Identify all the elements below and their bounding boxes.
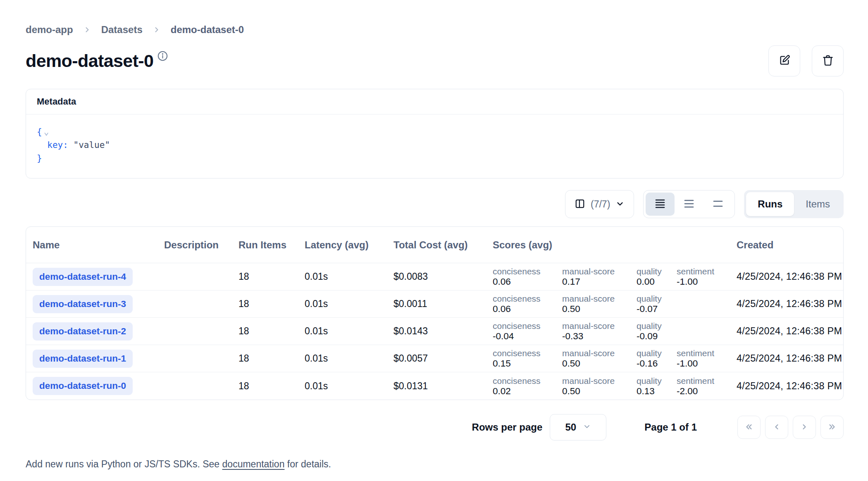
rows-per-page-label: Rows per page <box>472 421 543 433</box>
cell-total-cost: $0.0057 <box>387 353 486 364</box>
score-quality: quality-0.16 <box>637 348 677 369</box>
cell-run-items: 18 <box>232 353 298 364</box>
table-row[interactable]: demo-dataset-run-4 18 0.01s $0.0083 conc… <box>26 263 843 291</box>
col-header-run-items: Run Items <box>232 239 298 251</box>
score-manual-score: manual-score0.50 <box>562 348 637 369</box>
row-height-toggle <box>643 190 735 218</box>
columns-icon <box>575 198 585 210</box>
table-row[interactable]: demo-dataset-run-3 18 0.01s $0.0011 conc… <box>26 291 843 318</box>
col-header-description: Description <box>157 239 232 251</box>
table-header-row: Name Description Run Items Latency (avg)… <box>26 227 843 263</box>
edit-icon <box>779 55 790 67</box>
chevron-right-icon <box>83 26 91 34</box>
breadcrumb-item-project[interactable]: demo-app <box>26 24 73 36</box>
cell-latency: 0.01s <box>298 381 387 392</box>
row-height-medium-button[interactable] <box>675 193 703 216</box>
info-icon[interactable] <box>157 50 168 63</box>
score-quality: quality-0.09 <box>637 321 677 342</box>
cell-scores: conciseness0.06manual-score0.17quality0.… <box>486 266 730 287</box>
cell-latency: 0.01s <box>298 271 387 282</box>
documentation-link[interactable]: documentation <box>222 459 285 469</box>
breadcrumb-item-datasets[interactable]: Datasets <box>101 24 143 36</box>
chevrons-right-icon <box>827 422 837 433</box>
cell-created: 4/25/2024, 12:46:38 PM <box>730 326 843 337</box>
cell-run-items: 18 <box>232 298 298 310</box>
json-key: key <box>47 140 63 150</box>
score-conciseness: conciseness0.06 <box>493 293 562 314</box>
delete-dataset-button[interactable] <box>812 45 844 76</box>
score-manual-score: manual-score0.50 <box>562 376 637 397</box>
cell-scores: conciseness0.02manual-score0.50quality0.… <box>486 376 730 397</box>
cell-latency: 0.01s <box>298 353 387 364</box>
chevron-down-icon <box>583 422 591 432</box>
score-sentiment: sentiment-2.00 <box>677 376 730 397</box>
cell-run-items: 18 <box>232 271 298 282</box>
run-name-link[interactable]: demo-dataset-run-2 <box>33 322 133 341</box>
cell-total-cost: $0.0083 <box>387 271 486 282</box>
cell-scores: conciseness-0.04manual-score-0.33quality… <box>486 321 730 342</box>
column-count-label: (7/7) <box>591 199 610 210</box>
score-conciseness: conciseness0.02 <box>493 376 562 397</box>
cell-run-items: 18 <box>232 326 298 337</box>
score-quality: quality-0.07 <box>637 293 677 314</box>
cell-latency: 0.01s <box>298 298 387 310</box>
rows-tall-icon <box>712 198 724 211</box>
collapse-caret-icon[interactable]: ⌄ <box>44 125 49 138</box>
table-row[interactable]: demo-dataset-run-1 18 0.01s $0.0057 conc… <box>26 345 843 372</box>
dataset-detail-page: demo-app Datasets demo-dataset-0 demo-da… <box>0 0 868 481</box>
score-quality: quality0.00 <box>637 266 677 287</box>
edit-dataset-button[interactable] <box>768 45 800 76</box>
metadata-card-title: Metadata <box>26 89 843 114</box>
score-manual-score: manual-score0.50 <box>562 293 637 314</box>
previous-page-button[interactable] <box>765 416 788 439</box>
table-body: demo-dataset-run-4 18 0.01s $0.0083 conc… <box>26 263 843 400</box>
score-quality: quality0.13 <box>637 376 677 397</box>
score-sentiment: sentiment-1.00 <box>677 266 730 287</box>
table-row[interactable]: demo-dataset-run-2 18 0.01s $0.0143 conc… <box>26 318 843 345</box>
score-manual-score: manual-score-0.33 <box>562 321 637 342</box>
page-indicator: Page 1 of 1 <box>644 421 697 433</box>
score-conciseness: conciseness0.15 <box>493 348 562 369</box>
run-name-link[interactable]: demo-dataset-run-1 <box>33 350 133 368</box>
chevrons-left-icon <box>744 422 754 433</box>
cell-run-items: 18 <box>232 381 298 392</box>
row-height-small-button[interactable] <box>646 193 675 216</box>
cell-scores: conciseness0.06manual-score0.50quality-0… <box>486 293 730 314</box>
page-title: demo-dataset-0 <box>26 51 153 71</box>
json-line-kv: key: "value" <box>37 138 832 152</box>
cell-created: 4/25/2024, 12:46:38 PM <box>730 381 843 392</box>
rows-per-page-value: 50 <box>565 421 576 433</box>
cell-scores: conciseness0.15manual-score0.50quality-0… <box>486 348 730 369</box>
col-header-name: Name <box>26 239 157 251</box>
run-name-link[interactable]: demo-dataset-run-4 <box>33 268 133 286</box>
last-page-button[interactable] <box>820 416 844 439</box>
json-line-open: {⌄ <box>37 125 832 138</box>
json-line-close: } <box>37 152 832 165</box>
cell-total-cost: $0.0143 <box>387 326 486 337</box>
tab-items[interactable]: Items <box>794 192 842 216</box>
chevron-right-icon <box>153 26 161 34</box>
metadata-card: Metadata {⌄ key: "value" } <box>26 89 844 179</box>
table-row[interactable]: demo-dataset-run-0 18 0.01s $0.0131 conc… <box>26 372 843 400</box>
col-header-latency: Latency (avg) <box>298 239 387 251</box>
run-name-link[interactable]: demo-dataset-run-0 <box>33 377 133 395</box>
chevron-down-icon <box>615 199 625 210</box>
title-row: demo-dataset-0 <box>26 45 844 76</box>
cell-latency: 0.01s <box>298 326 387 337</box>
cell-total-cost: $0.0011 <box>387 298 486 310</box>
breadcrumb-item-current[interactable]: demo-dataset-0 <box>171 24 244 36</box>
next-page-button[interactable] <box>793 416 816 439</box>
tab-runs[interactable]: Runs <box>746 192 794 216</box>
first-page-button[interactable] <box>737 416 761 439</box>
breadcrumb: demo-app Datasets demo-dataset-0 <box>26 24 844 36</box>
cell-created: 4/25/2024, 12:46:38 PM <box>730 298 843 310</box>
trash-icon <box>822 55 834 67</box>
run-name-link[interactable]: demo-dataset-run-3 <box>33 295 133 313</box>
score-sentiment: sentiment-1.00 <box>677 348 730 369</box>
rows-per-page-select[interactable]: 50 <box>550 414 606 441</box>
col-header-created: Created <box>730 239 843 251</box>
chevron-left-icon <box>772 422 782 433</box>
column-visibility-button[interactable]: (7/7) <box>565 190 634 218</box>
chevron-right-icon <box>799 422 809 433</box>
row-height-large-button[interactable] <box>703 193 732 216</box>
